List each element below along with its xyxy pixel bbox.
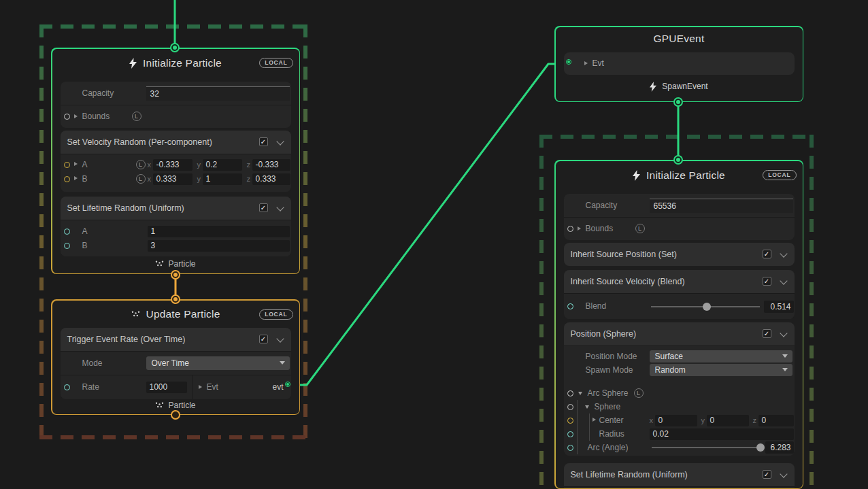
block-header[interactable]: Position (Sphere) ✓ <box>564 322 795 346</box>
y-field[interactable]: 0.2 <box>203 159 242 171</box>
node-title: Update Particle <box>146 308 220 320</box>
flow-port-update-input[interactable] <box>171 294 180 304</box>
blend-row: Blend 0.514 <box>564 294 795 319</box>
expander-icon[interactable] <box>74 162 78 166</box>
capacity-field[interactable]: 32 <box>146 86 290 101</box>
capacity-field[interactable]: 65536 <box>650 199 793 213</box>
indent-guide <box>577 427 578 441</box>
arc-sphere-port[interactable] <box>567 390 573 397</box>
x-field[interactable]: -0.333 <box>153 159 193 171</box>
block-header[interactable]: Set Lifetime Random (Uniform) ✓ <box>61 197 291 220</box>
arc-slider-track[interactable] <box>652 447 761 448</box>
block-enabled-checkbox[interactable]: ✓ <box>259 203 268 212</box>
block-enabled-checkbox[interactable]: ✓ <box>259 137 268 146</box>
center-y-field[interactable]: 0 <box>707 415 749 426</box>
blend-port[interactable] <box>567 303 573 309</box>
flow-port-gpuevent-output[interactable] <box>673 97 683 107</box>
block-set-lifetime-random: Set Lifetime Random (Uniform) ✓ <box>564 463 795 488</box>
sphere-port[interactable] <box>567 404 573 410</box>
row-label: A <box>82 160 88 169</box>
node-titlebar[interactable]: Update Particle LOCAL <box>52 301 299 328</box>
position-mode-dropdown[interactable]: Surface <box>650 350 792 362</box>
block-header[interactable]: Inherit Source Position (Set) ✓ <box>564 243 795 266</box>
particle-output-label: Particle <box>168 259 195 269</box>
blend-value[interactable]: 0.514 <box>764 301 794 313</box>
spawn-mode-dropdown[interactable]: Random <box>650 364 792 376</box>
local-space-icon[interactable]: L <box>136 160 146 169</box>
center-expander-icon[interactable] <box>592 418 596 422</box>
block-title: Inherit Source Position (Set) <box>571 250 788 259</box>
local-space-icon[interactable]: L <box>635 224 645 233</box>
rate-field[interactable]: 1000 <box>146 382 187 393</box>
block-enabled-checkbox[interactable]: ✓ <box>763 250 771 258</box>
vfx-graph-canvas[interactable]: Initialize Particle LOCAL Capacity 32 Bo… <box>0 0 868 489</box>
bounds-expander-icon[interactable] <box>578 226 581 231</box>
block-enabled-checkbox[interactable]: ✓ <box>763 470 771 479</box>
z-field[interactable]: -0.333 <box>252 159 290 171</box>
bounds-row: Bounds L <box>61 105 291 128</box>
evt-expander-icon[interactable] <box>584 61 588 65</box>
context-node-initialize-right[interactable]: Initialize Particle LOCAL Capacity 65536… <box>554 160 803 489</box>
capacity-label: Capacity <box>586 201 618 210</box>
center-z-field[interactable]: 0 <box>758 415 794 426</box>
block-header[interactable]: Inherit Source Velocity (Blend) ✓ <box>564 270 795 294</box>
flow-port-initialize-left-output[interactable] <box>171 270 180 280</box>
port-a[interactable] <box>64 229 70 235</box>
block-position-sphere: Position (Sphere) ✓ Position Mode Surfac… <box>564 322 795 456</box>
flow-port-initialize-left-input[interactable] <box>170 43 180 52</box>
radius-field[interactable]: 0.02 <box>650 428 794 440</box>
block-header[interactable]: Set Lifetime Random (Uniform) ✓ <box>564 463 795 487</box>
context-node-initialize-left[interactable]: Initialize Particle LOCAL Capacity 32 Bo… <box>51 48 300 274</box>
edge-evt-to-gpuevent[interactable] <box>292 64 567 385</box>
arc-angle-port[interactable] <box>567 445 573 451</box>
context-node-update[interactable]: Update Particle LOCAL Trigger Event Rate… <box>51 299 300 415</box>
collapse-icon[interactable] <box>585 405 589 409</box>
flow-port-initialize-right-input[interactable] <box>673 155 683 165</box>
port-b[interactable] <box>64 243 70 249</box>
collapse-icon[interactable] <box>578 392 582 395</box>
rate-port[interactable] <box>64 384 70 390</box>
velocity-row-b: B L x 0.333 y 1 z 0.333 <box>61 172 291 186</box>
row-label: A <box>82 226 88 236</box>
block-header[interactable]: Set Velocity Random (Per-component) ✓ <box>61 131 291 154</box>
local-space-icon[interactable]: L <box>634 388 644 398</box>
center-x-field[interactable]: 0 <box>655 415 697 426</box>
mode-label: Mode <box>82 358 103 368</box>
bounds-port[interactable] <box>64 114 70 120</box>
mode-row: Mode Over Time <box>61 352 291 375</box>
b-field[interactable]: 3 <box>148 240 290 252</box>
node-titlebar[interactable]: Initialize Particle LOCAL <box>556 161 803 190</box>
block-enabled-checkbox[interactable]: ✓ <box>259 335 268 343</box>
particle-output: Particle <box>52 401 299 410</box>
local-space-icon[interactable]: L <box>132 112 141 121</box>
axis-x-label: x <box>148 175 152 183</box>
y-field[interactable]: 1 <box>203 173 242 185</box>
bounds-port[interactable] <box>567 226 573 232</box>
bounds-expander-icon[interactable] <box>74 114 78 118</box>
port-evt-output[interactable] <box>285 382 290 387</box>
flow-port-update-output[interactable] <box>171 410 180 420</box>
port-b[interactable] <box>64 176 70 182</box>
port-a[interactable] <box>64 162 70 168</box>
expander-icon[interactable] <box>74 176 78 180</box>
port-gpuevent-evt-input[interactable] <box>566 59 571 65</box>
x-field[interactable]: 0.333 <box>153 173 193 185</box>
node-title: GPUEvent <box>654 33 705 45</box>
center-port[interactable] <box>567 418 573 424</box>
node-titlebar[interactable]: GPUEvent <box>556 27 803 50</box>
radius-port[interactable] <box>567 431 573 437</box>
arc-value[interactable]: 6.283 <box>765 441 794 454</box>
context-node-gpuevent[interactable]: GPUEvent Evt SpawnEvent <box>554 26 803 102</box>
block-enabled-checkbox[interactable]: ✓ <box>763 277 771 286</box>
mode-dropdown[interactable]: Over Time <box>146 356 290 370</box>
block-enabled-checkbox[interactable]: ✓ <box>763 329 771 338</box>
a-field[interactable]: 1 <box>148 226 290 237</box>
block-inherit-source-position: Inherit Source Position (Set) ✓ <box>564 243 795 266</box>
node-titlebar[interactable]: Initialize Particle LOCAL <box>52 49 299 78</box>
local-space-icon[interactable]: L <box>136 174 146 184</box>
evt-expander-icon[interactable] <box>199 385 202 389</box>
z-field[interactable]: 0.333 <box>252 173 290 185</box>
block-header[interactable]: Trigger Event Rate (Over Time) ✓ <box>61 328 291 352</box>
blend-slider-handle[interactable] <box>703 303 711 311</box>
arc-slider-handle[interactable] <box>756 443 765 452</box>
